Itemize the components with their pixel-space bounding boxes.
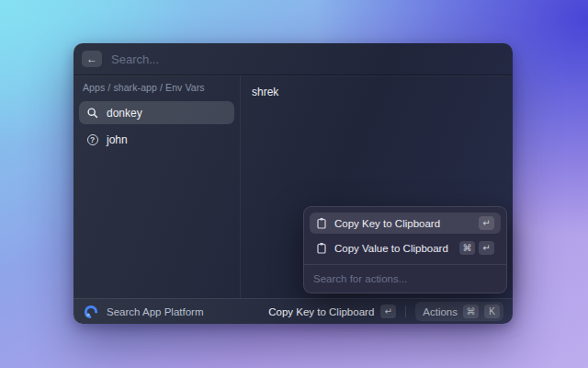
search-input[interactable] bbox=[111, 52, 504, 66]
results-list-panel: Apps / shark-app / Env Vars donkey ? joh… bbox=[74, 75, 241, 298]
k-key-badge: K bbox=[484, 305, 500, 318]
actions-button[interactable]: Actions ⌘ K bbox=[415, 302, 503, 321]
status-bar: Search App Platform Copy Key to Clipboar… bbox=[74, 298, 513, 324]
magnifier-icon bbox=[86, 107, 98, 119]
list-item-label: donkey bbox=[107, 107, 142, 120]
enter-key-badge: ↵ bbox=[479, 241, 494, 255]
list-item-john[interactable]: ? john bbox=[79, 128, 234, 151]
clipboard-icon bbox=[316, 242, 327, 254]
breadcrumb: Apps / shark-app / Env Vars bbox=[79, 82, 234, 93]
primary-action-button[interactable]: Copy Key to Clipboard ↵ bbox=[268, 305, 396, 318]
back-arrow-icon: ← bbox=[86, 52, 97, 65]
action-item-copy-key[interactable]: Copy Key to Clipboard ↵ bbox=[310, 213, 501, 234]
cmd-key-badge: ⌘ bbox=[459, 241, 475, 255]
action-panel: Copy Key to Clipboard ↵ Copy Value to Cl… bbox=[303, 206, 507, 293]
launcher-window: ← Apps / shark-app / Env Vars donkey ? j… bbox=[74, 43, 513, 324]
question-circle-icon: ? bbox=[86, 133, 98, 145]
action-search-input[interactable] bbox=[310, 265, 501, 293]
enter-key-badge: ↵ bbox=[380, 305, 396, 318]
action-item-copy-value[interactable]: Copy Value to Clipboard ⌘ ↵ bbox=[310, 237, 501, 259]
app-logo-icon bbox=[83, 304, 99, 320]
back-button[interactable]: ← bbox=[82, 51, 102, 67]
cmd-key-badge: ⌘ bbox=[463, 305, 479, 318]
action-item-label: Copy Value to Clipboard bbox=[334, 243, 452, 254]
search-header: ← bbox=[74, 43, 513, 75]
clipboard-icon bbox=[316, 217, 327, 229]
list-item-donkey[interactable]: donkey bbox=[79, 101, 234, 124]
actions-button-label: Actions bbox=[423, 306, 458, 317]
list-item-label: john bbox=[107, 133, 128, 146]
footer-divider bbox=[405, 305, 406, 317]
env-var-value: shrek bbox=[252, 86, 502, 98]
app-name: Search App Platform bbox=[107, 306, 203, 317]
enter-key-badge: ↵ bbox=[479, 216, 494, 230]
primary-action-label: Copy Key to Clipboard bbox=[268, 306, 374, 317]
action-item-label: Copy Key to Clipboard bbox=[334, 218, 471, 229]
